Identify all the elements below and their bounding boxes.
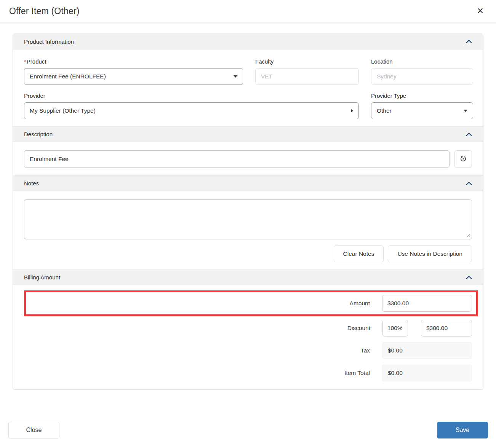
discount-percent-input[interactable] <box>382 320 408 336</box>
notes-textarea[interactable] <box>24 199 472 239</box>
section-title: Description <box>24 131 53 137</box>
item-total-value-field: $0.00 <box>382 365 472 381</box>
clear-notes-button[interactable]: Clear Notes <box>334 246 384 262</box>
faculty-field: VET <box>255 68 359 85</box>
history-restore-icon <box>459 155 467 164</box>
provider-select[interactable]: My Supplier (Other Type) <box>24 102 359 119</box>
item-total-value: $0.00 <box>388 370 403 376</box>
description-body <box>13 142 483 175</box>
faculty-label: Faculty <box>255 58 359 65</box>
provider-type-select[interactable]: Other <box>371 102 473 119</box>
amount-input[interactable] <box>382 295 472 312</box>
product-information-body: *Product Enrolment Fee (ENROLFEE) Facult… <box>13 49 483 126</box>
required-marker: * <box>24 58 26 65</box>
section-product-information: Product Information *Product Enrolment F… <box>13 34 483 126</box>
section-header-notes[interactable]: Notes <box>13 175 483 191</box>
section-title: Billing Amount <box>24 274 60 281</box>
amount-row-highlight-annotation: Amount <box>24 290 478 316</box>
section-header-description[interactable]: Description <box>13 126 483 142</box>
product-field-group: *Product Enrolment Fee (ENROLFEE) <box>24 58 243 85</box>
chevron-right-icon <box>351 109 353 113</box>
location-field: Sydney <box>371 68 473 85</box>
use-notes-in-description-button[interactable]: Use Notes in Description <box>388 246 472 262</box>
chevron-down-icon <box>234 75 237 78</box>
section-header-product-information[interactable]: Product Information <box>13 34 483 49</box>
chevron-up-icon[interactable] <box>465 273 473 282</box>
location-label: Location <box>371 58 473 65</box>
chevron-up-icon[interactable] <box>465 37 473 46</box>
provider-select-value: My Supplier (Other Type) <box>30 107 96 114</box>
location-value: Sydney <box>377 73 397 80</box>
resize-handle-icon[interactable] <box>466 232 470 239</box>
chevron-up-icon[interactable] <box>465 179 473 188</box>
section-header-billing-amount[interactable]: Billing Amount <box>13 269 483 285</box>
provider-type-label: Provider Type <box>371 92 473 99</box>
description-input[interactable] <box>24 150 450 168</box>
discount-amount-input[interactable] <box>421 320 472 336</box>
product-select-value: Enrolment Fee (ENROLFEE) <box>30 73 106 80</box>
faculty-field-group: Faculty VET <box>255 58 359 85</box>
close-button[interactable]: Close <box>8 422 59 438</box>
discount-label: Discount <box>347 325 370 332</box>
chevron-up-icon[interactable] <box>465 130 473 139</box>
close-icon[interactable]: ✕ <box>474 5 487 17</box>
item-total-row: Item Total $0.00 <box>24 365 472 381</box>
provider-type-field-group: Provider Type Other <box>371 92 473 119</box>
discount-row: Discount <box>24 320 472 336</box>
restore-description-button[interactable] <box>454 150 472 168</box>
item-total-label: Item Total <box>344 370 370 376</box>
modal-header: Offer Item (Other) ✕ <box>0 0 496 22</box>
product-label: *Product <box>24 58 243 65</box>
tax-value-field: $0.00 <box>382 342 472 359</box>
tax-value: $0.00 <box>388 347 403 354</box>
provider-field-group: Provider My Supplier (Other Type) <box>24 92 359 119</box>
section-title: Notes <box>24 180 39 187</box>
offer-item-form: Product Information *Product Enrolment F… <box>13 33 483 390</box>
product-select[interactable]: Enrolment Fee (ENROLFEE) <box>24 68 243 85</box>
location-field-group: Location Sydney <box>371 58 473 85</box>
tax-row: Tax $0.00 <box>24 342 472 359</box>
tax-label: Tax <box>361 347 370 354</box>
billing-amount-body: Amount Discount Tax $0.00 Item Total $0.… <box>13 285 483 389</box>
section-description: Description <box>13 126 483 175</box>
section-billing-amount: Billing Amount Amount Discount Tax $0.00 <box>13 269 483 389</box>
save-button[interactable]: Save <box>437 422 488 438</box>
amount-label: Amount <box>350 300 370 307</box>
provider-label: Provider <box>24 92 359 99</box>
faculty-value: VET <box>261 73 272 80</box>
section-title: Product Information <box>24 38 74 45</box>
chevron-down-icon <box>464 110 467 112</box>
section-notes: Notes Clear Notes Use Notes in Descripti… <box>13 175 483 269</box>
provider-type-select-value: Other <box>377 107 392 114</box>
modal-title: Offer Item (Other) <box>9 6 80 16</box>
modal-footer: Close Save <box>8 422 488 438</box>
notes-body: Clear Notes Use Notes in Description <box>13 191 483 269</box>
